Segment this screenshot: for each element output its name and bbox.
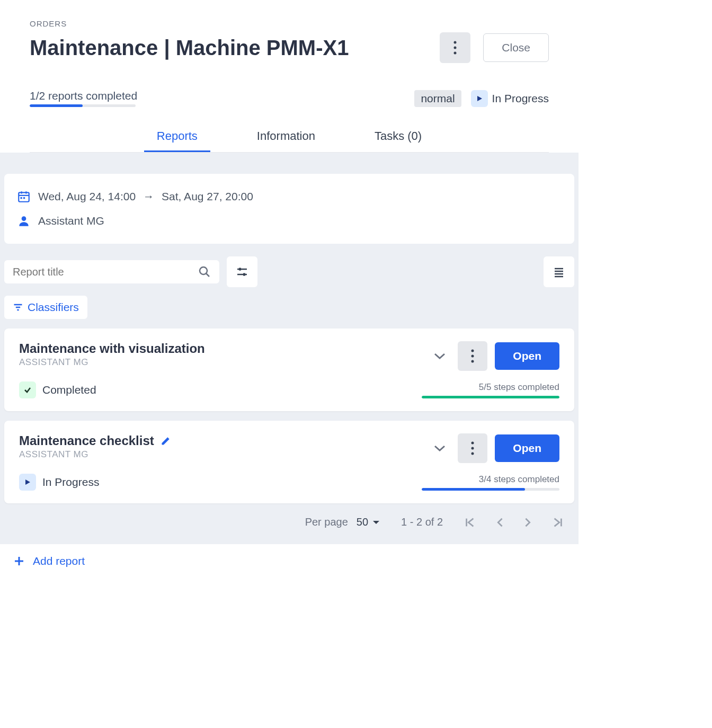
report-author: ASSISTANT MG	[19, 449, 171, 460]
open-button[interactable]: Open	[495, 434, 559, 462]
steps-label: 5/5 steps completed	[422, 382, 559, 393]
first-page-icon	[464, 517, 476, 528]
progress-label: 1/2 reports completed	[30, 90, 137, 102]
check-icon	[23, 386, 32, 394]
pagination-range: 1 - 2 of 2	[401, 516, 443, 528]
expand-button[interactable]	[429, 438, 450, 459]
tab-tasks[interactable]: Tasks (0)	[362, 122, 434, 152]
report-author: ASSISTANT MG	[19, 357, 205, 368]
svg-point-10	[200, 267, 207, 274]
open-button[interactable]: Open	[495, 342, 559, 370]
report-more-button[interactable]	[458, 341, 487, 371]
more-vertical-icon	[471, 349, 474, 363]
schedule-card: Wed, Aug 24, 14:00 → Sat, Aug 27, 20:00 …	[4, 174, 574, 244]
play-icon	[24, 478, 31, 486]
steps-bar	[422, 488, 559, 491]
status-badge: In Progress	[471, 90, 549, 107]
svg-rect-8	[23, 197, 25, 199]
svg-point-25	[471, 360, 474, 363]
schedule-end: Sat, Aug 27, 20:00	[162, 190, 253, 203]
svg-point-24	[471, 355, 474, 358]
chevron-right-icon	[523, 517, 533, 528]
page-title: Maintenance | Machine PMM-X1	[30, 36, 349, 60]
last-page-button[interactable]	[552, 517, 564, 528]
steps-label: 3/4 steps completed	[422, 474, 559, 485]
per-page-label: Per page	[305, 516, 348, 528]
last-page-icon	[552, 517, 564, 528]
dropdown-icon	[372, 520, 380, 525]
schedule-start: Wed, Aug 24, 14:00	[38, 190, 136, 203]
prev-page-button[interactable]	[495, 517, 504, 528]
first-page-button[interactable]	[464, 517, 476, 528]
report-status-text: Completed	[42, 384, 96, 396]
list-icon	[553, 265, 565, 278]
tab-information[interactable]: Information	[244, 122, 328, 152]
person-icon	[17, 214, 31, 228]
svg-point-28	[471, 452, 474, 455]
more-vertical-icon	[471, 441, 474, 455]
plus-icon	[13, 555, 25, 567]
assignee-name: Assistant MG	[38, 215, 104, 227]
svg-rect-15	[243, 273, 245, 276]
svg-point-1	[454, 47, 457, 49]
svg-point-27	[471, 447, 474, 450]
report-card: Maintenance with visualization ASSISTANT…	[4, 329, 574, 411]
report-title: Maintenance checklist	[19, 433, 171, 448]
check-icon-box	[19, 381, 36, 398]
schedule-arrow: →	[143, 190, 154, 203]
calendar-icon	[17, 190, 31, 203]
svg-point-26	[471, 442, 474, 445]
progress-bar	[30, 104, 136, 107]
add-report-label: Add report	[33, 555, 85, 567]
per-page-select[interactable]: 50	[357, 516, 380, 528]
search-box[interactable]	[4, 260, 219, 283]
classifiers-filter[interactable]: Classifiers	[4, 296, 87, 319]
svg-point-23	[471, 350, 474, 352]
next-page-button[interactable]	[523, 517, 533, 528]
svg-point-9	[22, 216, 26, 221]
chevron-down-icon	[434, 445, 446, 452]
svg-rect-14	[239, 268, 241, 271]
play-icon	[476, 95, 483, 102]
priority-badge: normal	[414, 90, 461, 107]
svg-point-2	[454, 52, 457, 55]
steps-bar	[422, 396, 559, 398]
svg-point-0	[454, 41, 457, 44]
close-button[interactable]: Close	[483, 33, 549, 62]
status-text: In Progress	[492, 92, 549, 105]
list-view-button[interactable]	[544, 256, 574, 287]
expand-button[interactable]	[429, 345, 450, 367]
search-icon	[198, 265, 211, 278]
more-actions-button[interactable]	[440, 32, 470, 63]
per-page-value: 50	[357, 516, 368, 528]
report-title: Maintenance with visualization	[19, 341, 205, 356]
classifiers-label: Classifiers	[28, 301, 79, 314]
chevron-down-icon	[434, 352, 446, 360]
search-input[interactable]	[13, 266, 198, 278]
more-vertical-icon	[453, 41, 457, 55]
chevron-left-icon	[495, 517, 504, 528]
svg-line-11	[206, 273, 209, 277]
play-icon-box	[19, 474, 36, 491]
edit-icon[interactable]	[161, 436, 171, 446]
report-card: Maintenance checklist ASSISTANT MGOpenIn…	[4, 421, 574, 503]
svg-rect-3	[19, 192, 29, 201]
filter-icon	[13, 302, 23, 313]
sliders-icon	[236, 265, 248, 278]
breadcrumb[interactable]: ORDERS	[30, 19, 549, 28]
report-status: Completed	[19, 381, 96, 398]
report-more-button[interactable]	[458, 433, 487, 463]
tab-reports[interactable]: Reports	[144, 122, 210, 152]
report-status: In Progress	[19, 474, 99, 491]
filter-settings-button[interactable]	[227, 256, 257, 287]
svg-rect-7	[21, 197, 22, 199]
add-report-button[interactable]: Add report	[0, 544, 578, 589]
report-status-text: In Progress	[42, 476, 99, 489]
